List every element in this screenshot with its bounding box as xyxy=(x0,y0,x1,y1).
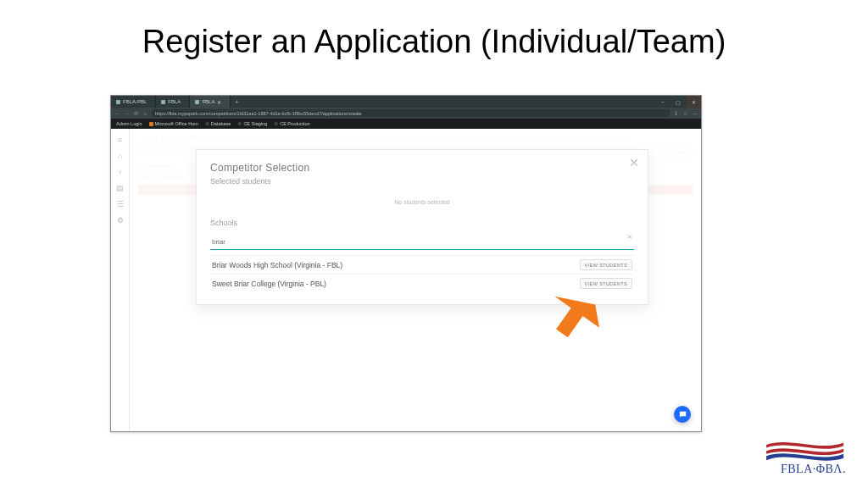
address-bar: ← → ⟳ ⌂ https://fbla.mypspark.com/compet… xyxy=(111,108,701,119)
fbla-logo: FBLA·ΦBΛ. xyxy=(763,435,846,476)
minimize-button[interactable]: – xyxy=(655,96,670,108)
app-content: ≡ ⌂ ♀ ▤ ☰ ⚙ < Back to Competition Client… xyxy=(111,129,701,431)
more-icon[interactable]: ⋯ xyxy=(692,110,698,116)
bookmark-ms-office[interactable]: Microsoft Office Hom xyxy=(149,121,198,126)
logo-text: FBLA·ΦBΛ. xyxy=(781,463,846,476)
tab-label: FBLA xyxy=(168,99,181,104)
schools-label: Schools xyxy=(210,219,634,227)
home-nav-icon[interactable]: ⌂ xyxy=(118,152,122,160)
close-modal-icon[interactable]: ✕ xyxy=(629,157,639,169)
view-students-button[interactable]: VIEW STUDENTS xyxy=(580,278,632,289)
close-tab-icon[interactable]: ✕ xyxy=(217,99,221,105)
school-search-input[interactable] xyxy=(210,236,634,249)
no-students-text: No students selected xyxy=(210,194,634,214)
bookmark-admin-login[interactable]: Admin Login xyxy=(116,121,142,126)
window-controls: – ▢ ✕ xyxy=(655,96,701,108)
maximize-button[interactable]: ▢ xyxy=(670,96,686,108)
tab-favicon xyxy=(195,100,199,104)
reload-icon[interactable]: ⟳ xyxy=(133,110,139,116)
list-icon[interactable]: ☰ xyxy=(117,200,124,208)
bookmark-ce-staging[interactable]: ☆ CE Staging xyxy=(237,121,267,126)
left-nav-rail: ≡ ⌂ ♀ ▤ ☰ ⚙ xyxy=(111,129,130,431)
chat-help-button[interactable] xyxy=(674,406,691,423)
forward-icon[interactable]: → xyxy=(124,111,130,116)
competitor-selection-modal: ✕ Competitor Selection Selected students… xyxy=(196,149,648,305)
close-window-button[interactable]: ✕ xyxy=(686,96,701,108)
school-search-wrap: ✕ xyxy=(210,232,634,250)
tab-label: FBLA xyxy=(202,99,214,104)
forms-icon[interactable]: ▤ xyxy=(116,184,124,192)
tab-label: FBLA-PBL xyxy=(123,99,147,104)
flag-icon xyxy=(763,435,846,464)
tab-favicon xyxy=(161,100,165,104)
ms-icon xyxy=(149,122,153,126)
back-icon[interactable]: ← xyxy=(114,111,120,116)
tab-fbla-1[interactable]: FBLA xyxy=(156,96,190,108)
bookmark-ce-production[interactable]: ☆ CE Production xyxy=(274,121,309,126)
school-name: Sweet Briar College (Virginia - PBL) xyxy=(212,280,326,288)
slide-title: Register an Application (Individual/Team… xyxy=(0,24,868,60)
tab-fbla-pbl[interactable]: FBLA-PBL xyxy=(111,96,156,108)
bookmark-star-icon[interactable]: ☆ xyxy=(682,110,688,116)
modal-title: Competitor Selection xyxy=(210,162,634,174)
trophy-icon[interactable]: ♀ xyxy=(117,168,123,176)
share-icon[interactable]: ⇪ xyxy=(673,110,679,116)
home-icon[interactable]: ⌂ xyxy=(142,111,148,116)
menu-icon[interactable]: ≡ xyxy=(118,136,122,144)
chat-icon xyxy=(678,410,687,419)
settings-icon[interactable]: ⚙ xyxy=(117,216,124,225)
clear-search-icon[interactable]: ✕ xyxy=(627,234,632,241)
bookmark-database[interactable]: ☆ Database xyxy=(205,121,231,126)
tab-favicon xyxy=(116,100,120,104)
school-result-row: Briar Woods High School (Virginia - FBL)… xyxy=(210,255,634,274)
url-input[interactable]: https://fbla.mypspark.com/competitions/1… xyxy=(152,109,670,117)
view-students-button[interactable]: VIEW STUDENTS xyxy=(580,259,632,270)
selected-students-label: Selected students xyxy=(210,177,634,186)
tab-strip: FBLA-PBL FBLA FBLA ✕ + – ▢ ✕ xyxy=(111,96,701,108)
new-tab-button[interactable]: + xyxy=(231,96,242,108)
browser-window: FBLA-PBL FBLA FBLA ✕ + – ▢ ✕ ← → ⟳ ⌂ htt… xyxy=(110,95,702,432)
bookmark-bar: Admin Login Microsoft Office Hom ☆ Datab… xyxy=(111,119,701,129)
school-result-row: Sweet Briar College (Virginia - PBL) VIE… xyxy=(210,274,634,292)
school-name: Briar Woods High School (Virginia - FBL) xyxy=(212,261,342,269)
tab-fbla-active[interactable]: FBLA ✕ xyxy=(190,96,231,108)
